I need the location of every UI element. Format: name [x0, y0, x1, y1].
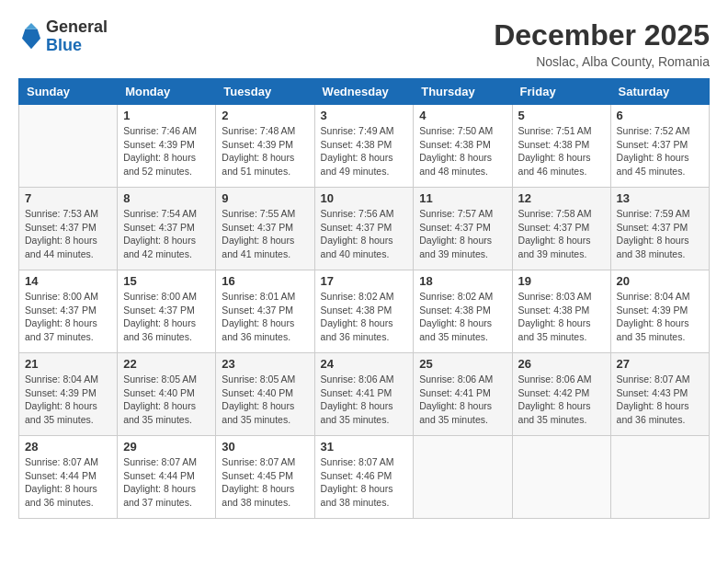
day-number: 20 — [617, 274, 703, 288]
calendar-cell: 2Sunrise: 7:48 AMSunset: 4:39 PMDaylight… — [216, 105, 314, 188]
month-title: December 2025 — [494, 18, 710, 52]
calendar-day-header: Thursday — [414, 79, 512, 105]
day-number: 22 — [123, 357, 210, 371]
day-number: 23 — [222, 357, 308, 371]
cell-info: Sunrise: 8:06 AMSunset: 4:41 PMDaylight:… — [419, 373, 506, 427]
cell-info: Sunrise: 7:59 AMSunset: 4:37 PMDaylight:… — [617, 207, 703, 261]
calendar-cell: 20Sunrise: 8:04 AMSunset: 4:39 PMDayligh… — [610, 270, 709, 353]
calendar-day-header: Friday — [512, 79, 610, 105]
calendar-cell: 1Sunrise: 7:46 AMSunset: 4:39 PMDaylight… — [118, 105, 216, 188]
calendar-cell: 22Sunrise: 8:05 AMSunset: 4:40 PMDayligh… — [118, 353, 216, 436]
calendar-cell: 16Sunrise: 8:01 AMSunset: 4:37 PMDayligh… — [216, 270, 314, 353]
cell-info: Sunrise: 8:07 AMSunset: 4:43 PMDaylight:… — [617, 373, 703, 427]
day-number: 3 — [321, 109, 408, 122]
cell-info: Sunrise: 7:56 AMSunset: 4:37 PMDaylight:… — [321, 207, 408, 261]
day-number: 17 — [321, 274, 408, 288]
day-number: 12 — [518, 191, 605, 205]
calendar-header-row: SundayMondayTuesdayWednesdayThursdayFrid… — [19, 79, 710, 105]
calendar-cell: 12Sunrise: 7:58 AMSunset: 4:37 PMDayligh… — [512, 188, 610, 270]
cell-info: Sunrise: 7:55 AMSunset: 4:37 PMDaylight:… — [222, 207, 308, 261]
page-header: General Blue December 2025 Noslac, Alba … — [18, 18, 710, 69]
calendar-cell: 9Sunrise: 7:55 AMSunset: 4:37 PMDaylight… — [216, 188, 314, 270]
title-block: December 2025 Noslac, Alba County, Roman… — [494, 18, 710, 69]
day-number: 30 — [222, 440, 308, 454]
cell-info: Sunrise: 7:46 AMSunset: 4:39 PMDaylight:… — [123, 124, 210, 178]
logo-blue: Blue — [46, 37, 108, 55]
cell-info: Sunrise: 8:02 AMSunset: 4:38 PMDaylight:… — [419, 290, 506, 344]
cell-info: Sunrise: 7:49 AMSunset: 4:38 PMDaylight:… — [321, 124, 408, 178]
calendar-day-header: Wednesday — [314, 79, 414, 105]
calendar-cell: 23Sunrise: 8:05 AMSunset: 4:40 PMDayligh… — [216, 353, 314, 436]
day-number: 28 — [25, 440, 111, 454]
cell-info: Sunrise: 7:53 AMSunset: 4:37 PMDaylight:… — [25, 207, 111, 261]
calendar-week-row: 28Sunrise: 8:07 AMSunset: 4:44 PMDayligh… — [19, 436, 710, 519]
calendar-week-row: 1Sunrise: 7:46 AMSunset: 4:39 PMDaylight… — [19, 105, 710, 188]
calendar-day-header: Tuesday — [216, 79, 314, 105]
day-number: 27 — [617, 357, 703, 371]
cell-info: Sunrise: 7:57 AMSunset: 4:37 PMDaylight:… — [419, 207, 506, 261]
calendar-day-header: Monday — [118, 79, 216, 105]
calendar-cell: 25Sunrise: 8:06 AMSunset: 4:41 PMDayligh… — [414, 353, 512, 436]
day-number: 18 — [419, 274, 506, 288]
calendar-cell: 19Sunrise: 8:03 AMSunset: 4:38 PMDayligh… — [512, 270, 610, 353]
day-number: 5 — [518, 109, 605, 122]
cell-info: Sunrise: 7:48 AMSunset: 4:39 PMDaylight:… — [222, 124, 308, 178]
day-number: 14 — [25, 274, 111, 288]
day-number: 26 — [518, 357, 605, 371]
day-number: 24 — [321, 357, 408, 371]
calendar-cell — [512, 436, 610, 519]
cell-info: Sunrise: 7:54 AMSunset: 4:37 PMDaylight:… — [123, 207, 210, 261]
day-number: 29 — [123, 440, 210, 454]
logo: General Blue — [18, 18, 108, 55]
day-number: 7 — [25, 191, 111, 205]
cell-info: Sunrise: 8:07 AMSunset: 4:46 PMDaylight:… — [321, 455, 408, 510]
calendar-cell: 26Sunrise: 8:06 AMSunset: 4:42 PMDayligh… — [512, 353, 610, 436]
calendar-cell: 10Sunrise: 7:56 AMSunset: 4:37 PMDayligh… — [314, 188, 414, 270]
calendar-week-row: 14Sunrise: 8:00 AMSunset: 4:37 PMDayligh… — [19, 270, 710, 353]
cell-info: Sunrise: 8:07 AMSunset: 4:44 PMDaylight:… — [123, 455, 210, 510]
day-number: 8 — [123, 191, 210, 205]
cell-info: Sunrise: 8:01 AMSunset: 4:37 PMDaylight:… — [222, 290, 308, 344]
cell-info: Sunrise: 8:00 AMSunset: 4:37 PMDaylight:… — [123, 290, 210, 344]
day-number: 2 — [222, 109, 308, 122]
svg-marker-0 — [22, 29, 40, 49]
calendar-cell: 21Sunrise: 8:04 AMSunset: 4:39 PMDayligh… — [19, 353, 118, 436]
cell-info: Sunrise: 7:51 AMSunset: 4:38 PMDaylight:… — [518, 124, 605, 178]
logo-icon — [22, 23, 40, 51]
calendar-cell: 17Sunrise: 8:02 AMSunset: 4:38 PMDayligh… — [314, 270, 414, 353]
location: Noslac, Alba County, Romania — [494, 54, 710, 69]
day-number: 11 — [419, 191, 506, 205]
calendar-cell — [610, 436, 709, 519]
day-number: 1 — [123, 109, 210, 122]
day-number: 6 — [617, 109, 703, 122]
day-number: 21 — [25, 357, 111, 371]
cell-info: Sunrise: 8:04 AMSunset: 4:39 PMDaylight:… — [25, 373, 111, 427]
calendar-cell — [414, 436, 512, 519]
calendar-cell: 3Sunrise: 7:49 AMSunset: 4:38 PMDaylight… — [314, 105, 414, 188]
day-number: 10 — [321, 191, 408, 205]
day-number: 13 — [617, 191, 703, 205]
day-number: 31 — [321, 440, 408, 454]
cell-info: Sunrise: 8:07 AMSunset: 4:45 PMDaylight:… — [222, 455, 308, 510]
cell-info: Sunrise: 7:58 AMSunset: 4:37 PMDaylight:… — [518, 207, 605, 261]
svg-marker-1 — [25, 23, 37, 29]
day-number: 9 — [222, 191, 308, 205]
day-number: 25 — [419, 357, 506, 371]
cell-info: Sunrise: 7:50 AMSunset: 4:38 PMDaylight:… — [419, 124, 506, 178]
calendar-cell — [19, 105, 118, 188]
day-number: 4 — [419, 109, 506, 122]
calendar-table: SundayMondayTuesdayWednesdayThursdayFrid… — [18, 78, 710, 519]
calendar-cell: 5Sunrise: 7:51 AMSunset: 4:38 PMDaylight… — [512, 105, 610, 188]
logo-text: General Blue — [46, 18, 108, 55]
cell-info: Sunrise: 8:04 AMSunset: 4:39 PMDaylight:… — [617, 290, 703, 344]
calendar-cell: 29Sunrise: 8:07 AMSunset: 4:44 PMDayligh… — [118, 436, 216, 519]
calendar-cell: 28Sunrise: 8:07 AMSunset: 4:44 PMDayligh… — [19, 436, 118, 519]
cell-info: Sunrise: 8:07 AMSunset: 4:44 PMDaylight:… — [25, 455, 111, 510]
calendar-cell: 27Sunrise: 8:07 AMSunset: 4:43 PMDayligh… — [610, 353, 709, 436]
cell-info: Sunrise: 8:05 AMSunset: 4:40 PMDaylight:… — [123, 373, 210, 427]
logo-general: General — [46, 18, 108, 37]
calendar-day-header: Sunday — [19, 79, 118, 105]
calendar-cell: 15Sunrise: 8:00 AMSunset: 4:37 PMDayligh… — [118, 270, 216, 353]
calendar-week-row: 7Sunrise: 7:53 AMSunset: 4:37 PMDaylight… — [19, 188, 710, 270]
day-number: 16 — [222, 274, 308, 288]
